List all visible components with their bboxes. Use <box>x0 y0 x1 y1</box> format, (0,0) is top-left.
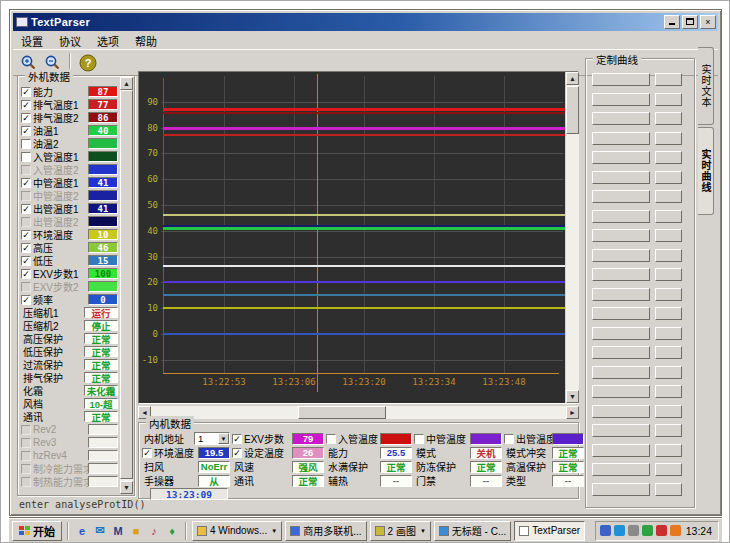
curve-name-slot[interactable] <box>592 73 650 86</box>
curve-value-slot[interactable] <box>655 151 682 164</box>
checkbox-出管温度1[interactable]: ✓ <box>21 204 31 214</box>
curve-value-slot[interactable] <box>655 249 682 262</box>
curve-name-slot[interactable] <box>592 288 650 301</box>
curve-name-slot[interactable] <box>592 483 650 496</box>
tray-icon-5[interactable] <box>656 525 667 536</box>
scroll-right-icon[interactable]: ► <box>566 406 579 419</box>
checkbox-设定温度[interactable]: ✓ <box>232 448 242 458</box>
left-scroll-thumb[interactable] <box>120 90 133 479</box>
checkbox-EXV步数2[interactable] <box>21 282 31 292</box>
tray-icon-6[interactable] <box>670 525 681 536</box>
checkbox-低压[interactable]: ✓ <box>21 256 31 266</box>
checkbox-入管温度1[interactable] <box>21 152 31 162</box>
menu-item-2[interactable]: 协议 <box>51 32 89 50</box>
menu-item-3[interactable]: 选项 <box>89 32 127 50</box>
curve-value-slot[interactable] <box>655 190 682 203</box>
taskbar-button-2 画图[interactable]: 2 画图▼ <box>370 521 431 541</box>
indoor-address-dropdown[interactable]: 1▼ <box>194 432 230 445</box>
curve-name-slot[interactable] <box>592 385 650 398</box>
minimize-button[interactable] <box>664 15 680 29</box>
folder-icon[interactable]: ■ <box>128 523 144 539</box>
maximize-button[interactable] <box>682 15 698 29</box>
dropdown-arrow-icon[interactable]: ▼ <box>218 433 229 444</box>
curve-name-slot[interactable] <box>592 268 650 281</box>
titlebar[interactable]: TextParser × <box>13 13 718 31</box>
curve-value-slot[interactable] <box>655 132 682 145</box>
checkbox-hzRev4[interactable] <box>21 451 31 461</box>
checkbox-油温1[interactable]: ✓ <box>21 126 31 136</box>
checkbox-中管温度2[interactable] <box>21 191 31 201</box>
checkbox-中管温度1[interactable]: ✓ <box>21 178 31 188</box>
tray-icon-4[interactable] <box>642 525 653 536</box>
curve-value-slot[interactable] <box>655 268 682 281</box>
messenger-icon[interactable]: ♦ <box>164 523 180 539</box>
checkbox-入管温度2[interactable] <box>21 165 31 175</box>
curve-name-slot[interactable] <box>592 249 650 262</box>
curve-value-slot[interactable] <box>655 366 682 379</box>
chart-hscroll-thumb[interactable] <box>298 406 386 419</box>
curve-name-slot[interactable] <box>592 171 650 184</box>
taskbar-button-无标题 - C...[interactable]: 无标题 - C... <box>434 521 511 541</box>
checkbox-EXV步数1[interactable]: ✓ <box>21 269 31 279</box>
curve-name-slot[interactable] <box>592 132 650 145</box>
scroll-down-icon[interactable]: ▼ <box>566 390 579 403</box>
curve-value-slot[interactable] <box>655 424 682 437</box>
checkbox-排气温度2[interactable]: ✓ <box>21 113 31 123</box>
curve-value-slot[interactable] <box>655 483 682 496</box>
checkbox-制冷能力需求[interactable] <box>21 464 31 474</box>
start-button[interactable]: 开始 <box>12 521 62 541</box>
checkbox-出管温度2[interactable] <box>21 217 31 227</box>
curve-name-slot[interactable] <box>592 112 650 125</box>
curve-name-slot[interactable] <box>592 424 650 437</box>
curve-value-slot[interactable] <box>655 385 682 398</box>
checkbox-环境温度[interactable]: ✓ <box>142 448 152 458</box>
tab-实时曲线[interactable]: 实时曲线 <box>698 127 714 215</box>
curve-name-slot[interactable] <box>592 366 650 379</box>
checkbox-能力[interactable]: ✓ <box>21 87 31 97</box>
curve-name-slot[interactable] <box>592 190 650 203</box>
tray-icon-2[interactable] <box>614 525 625 536</box>
curve-value-slot[interactable] <box>655 171 682 184</box>
left-panel-scrollbar[interactable]: ▲ ▼ <box>120 77 133 494</box>
checkbox-出管温度[interactable] <box>504 434 514 444</box>
curve-name-slot[interactable] <box>592 93 650 106</box>
curve-name-slot[interactable] <box>592 307 650 320</box>
curve-name-slot[interactable] <box>592 463 650 476</box>
curve-value-slot[interactable] <box>655 229 682 242</box>
curve-value-slot[interactable] <box>655 73 682 86</box>
curve-value-slot[interactable] <box>655 307 682 320</box>
menu-item-1[interactable]: 设置 <box>13 32 51 50</box>
checkbox-EXV步数[interactable]: ✓ <box>232 434 242 444</box>
chart-vscroll-thumb[interactable] <box>566 86 579 134</box>
help-button[interactable]: ? <box>76 52 100 74</box>
scroll-down-icon[interactable]: ▼ <box>120 481 133 494</box>
curve-value-slot[interactable] <box>655 405 682 418</box>
curve-value-slot[interactable] <box>655 463 682 476</box>
curve-value-slot[interactable] <box>655 444 682 457</box>
chart-horizontal-scrollbar[interactable]: ◄ ► <box>138 406 579 419</box>
curve-name-slot[interactable] <box>592 327 650 340</box>
menu-item-4[interactable]: 帮助 <box>127 32 165 50</box>
mail-icon[interactable]: ✉ <box>92 523 108 539</box>
curve-name-slot[interactable] <box>592 405 650 418</box>
curve-name-slot[interactable] <box>592 444 650 457</box>
tray-icon-3[interactable] <box>628 525 639 536</box>
checkbox-频率[interactable]: ✓ <box>21 295 31 305</box>
curve-value-slot[interactable] <box>655 346 682 359</box>
curve-value-slot[interactable] <box>655 288 682 301</box>
checkbox-Rev3[interactable] <box>21 438 31 448</box>
curve-value-slot[interactable] <box>655 327 682 340</box>
curve-value-slot[interactable] <box>655 93 682 106</box>
curve-name-slot[interactable] <box>592 210 650 223</box>
checkbox-油温2[interactable] <box>21 139 31 149</box>
checkbox-中管温度[interactable] <box>414 434 424 444</box>
chart-vertical-scrollbar[interactable]: ▲ ▼ <box>566 72 579 403</box>
tray-icon-1[interactable] <box>600 525 611 536</box>
curve-value-slot[interactable] <box>655 112 682 125</box>
curve-name-slot[interactable] <box>592 346 650 359</box>
checkbox-入管温度[interactable] <box>326 434 336 444</box>
checkbox-环境温度[interactable]: ✓ <box>21 230 31 240</box>
msn-icon[interactable]: M <box>110 523 126 539</box>
checkbox-制热能力需求[interactable] <box>21 477 31 487</box>
time-cursor[interactable] <box>317 74 318 392</box>
